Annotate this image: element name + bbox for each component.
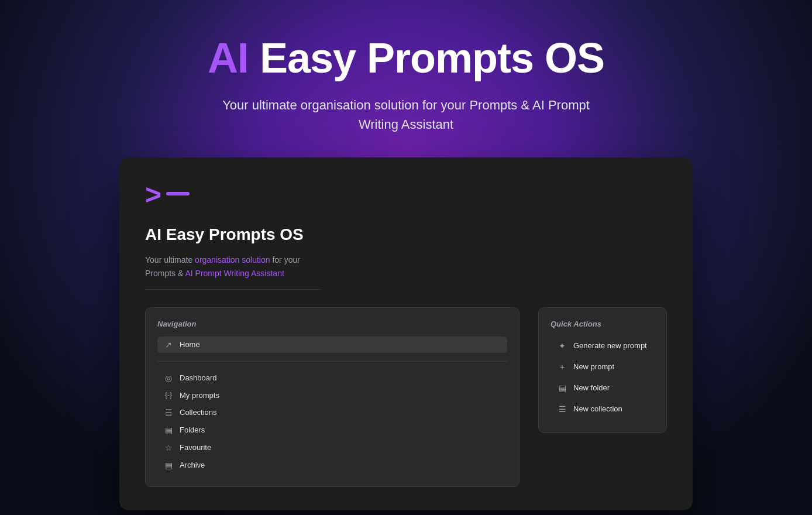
nav-item-my-prompts[interactable]: {-} My prompts: [157, 387, 507, 403]
desc-link2: AI Prompt Writing Assistant: [185, 269, 284, 278]
nav-item-favourite[interactable]: ☆ Favourite: [157, 440, 507, 456]
folder-icon: ▤: [557, 383, 567, 393]
main-content: Navigation ↗ Home ◎ Dashboard {-} My pro…: [145, 307, 667, 487]
nav-item-favourite-label: Favourite: [180, 443, 211, 452]
qa-new-prompt-label: New prompt: [573, 362, 614, 371]
qa-new-collection-label: New collection: [573, 404, 622, 413]
nav-item-prompts-label: My prompts: [180, 391, 219, 400]
nav-item-home[interactable]: ↗ Home: [157, 337, 507, 353]
hero-section: AI Easy Prompts OS Your ultimate organis…: [0, 0, 812, 157]
cursor-line: [166, 192, 190, 198]
favourite-icon: ☆: [163, 443, 174, 452]
navigation-card: Navigation ↗ Home ◎ Dashboard {-} My pro…: [145, 307, 519, 487]
left-panel: Navigation ↗ Home ◎ Dashboard {-} My pro…: [145, 307, 519, 487]
qa-generate-prompt[interactable]: ✦ Generate new prompt: [550, 337, 655, 355]
plus-icon: +: [557, 362, 567, 372]
terminal-logo: >: [145, 181, 667, 209]
prompts-icon: {-}: [163, 391, 174, 399]
collections-icon: ☰: [163, 408, 174, 417]
hero-title-ai: AI: [208, 35, 249, 81]
cursor-bar: [166, 192, 190, 195]
qa-label: Quick Actions: [550, 320, 655, 328]
dashboard-icon: ◎: [163, 373, 174, 383]
nav-divider: [157, 361, 507, 362]
app-description: Your ultimate organisation solution for …: [145, 253, 321, 290]
nav-item-archive-label: Archive: [180, 461, 205, 469]
app-window: > AI Easy Prompts OS Your ultimate organ…: [119, 157, 693, 510]
nav-item-dashboard[interactable]: ◎ Dashboard: [157, 370, 507, 386]
qa-new-collection[interactable]: ☰ New collection: [550, 400, 655, 418]
chevron-icon: >: [145, 181, 161, 209]
nav-item-archive[interactable]: ▤ Archive: [157, 457, 507, 473]
hero-title: AI Easy Prompts OS: [12, 35, 800, 81]
nav-item-folders-label: Folders: [180, 425, 205, 434]
nav-item-collections-label: Collections: [180, 408, 217, 417]
nav-item-collections[interactable]: ☰ Collections: [157, 404, 507, 421]
qa-new-prompt[interactable]: + New prompt: [550, 358, 655, 376]
qa-new-folder-label: New folder: [573, 383, 610, 392]
nav-item-dashboard-label: Dashboard: [180, 373, 217, 382]
generate-icon: ✦: [557, 341, 567, 351]
desc-link1: organisation solution: [195, 255, 270, 265]
nav-label: Navigation: [157, 320, 507, 328]
desc-divider: [145, 289, 321, 290]
home-icon: ↗: [163, 340, 174, 349]
right-panel: Quick Actions ✦ Generate new prompt + Ne…: [538, 307, 667, 433]
hero-subtitle: Your ultimate organisation solution for …: [201, 95, 611, 134]
qa-new-folder[interactable]: ▤ New folder: [550, 379, 655, 397]
hero-title-rest: Easy Prompts OS: [249, 35, 604, 81]
folders-icon: ▤: [163, 425, 174, 435]
collection-icon: ☰: [557, 404, 567, 414]
nav-item-folders[interactable]: ▤ Folders: [157, 422, 507, 438]
desc-plain: Your ultimate: [145, 255, 195, 265]
quick-actions-card: Quick Actions ✦ Generate new prompt + Ne…: [538, 307, 667, 433]
archive-icon: ▤: [163, 461, 174, 470]
app-title: AI Easy Prompts OS: [145, 225, 667, 244]
qa-generate-label: Generate new prompt: [573, 341, 647, 350]
nav-item-home-label: Home: [180, 340, 200, 349]
